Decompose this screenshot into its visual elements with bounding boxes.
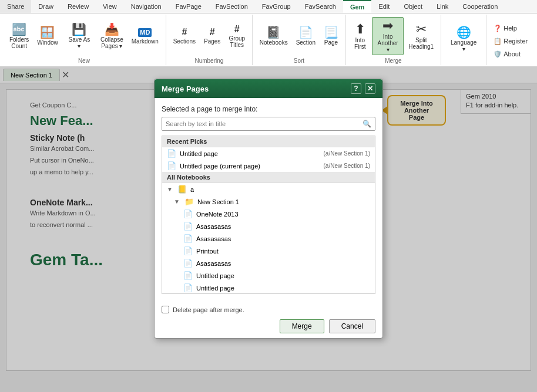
page-untitled-1[interactable]: 📄 Untitled page bbox=[162, 269, 375, 282]
page-asasasasas-2[interactable]: 📄 Asasasasas bbox=[162, 232, 375, 245]
expander-new-section[interactable]: ▼ bbox=[174, 198, 181, 205]
ribbon-group-sort: 📓 Notebooks 📄 Section 📃 Page Sort bbox=[253, 15, 346, 65]
into-another-button[interactable]: ➡ IntoAnother ▾ bbox=[372, 17, 404, 55]
tab-favsection[interactable]: FavSection bbox=[209, 0, 255, 13]
recent-item-2-label: Untitled page (current page) bbox=[180, 163, 260, 170]
sort-group-buttons: 📓 Notebooks 📄 Section 📃 Page bbox=[256, 16, 342, 56]
page-printout-label: Printout bbox=[196, 248, 219, 255]
language-group-buttons: 🌐 Language ▾ bbox=[445, 16, 482, 63]
tab-favsearch[interactable]: FavSearch bbox=[298, 0, 343, 13]
sort-group-label: Sort bbox=[294, 56, 304, 64]
page-untitled2-icon: 📄 bbox=[183, 283, 193, 292]
section-icon-1: 📁 bbox=[184, 197, 194, 206]
tab-favgroup[interactable]: FavGroup bbox=[255, 0, 298, 13]
ribbon-group-help: ❓ Help 📋 Register 🛡️ About bbox=[486, 15, 535, 65]
new-group-buttons: 🔤 FoldersCount 🪟 Window 💾 Save As ▾ 📥 Co… bbox=[6, 16, 162, 56]
expander-a[interactable]: ▼ bbox=[167, 186, 174, 192]
abc-icon: 🔤 bbox=[12, 23, 26, 35]
merge-group-label: Merge bbox=[385, 56, 401, 64]
page-button[interactable]: 📃 Page bbox=[320, 24, 342, 48]
save-icon: 💾 bbox=[72, 23, 86, 35]
dialog-title: Merge Pages bbox=[162, 85, 209, 93]
about-label: About bbox=[504, 50, 521, 58]
delete-page-checkbox[interactable] bbox=[162, 306, 169, 313]
register-label: Register bbox=[504, 38, 528, 45]
ribbon-tab-bar: Share Draw Review View Navigation FavPag… bbox=[0, 0, 537, 13]
dialog-footer: Delete page after merge. Merge Cancel bbox=[155, 301, 382, 338]
delete-page-label[interactable]: Delete page after merge. bbox=[173, 306, 244, 313]
tab-review[interactable]: Review bbox=[61, 0, 96, 13]
dialog-body: Selected a page to merge into: 🔍 Recent … bbox=[155, 98, 382, 301]
page-asas3-icon: 📄 bbox=[183, 259, 193, 268]
section-icon: 📄 bbox=[298, 26, 313, 38]
tab-object[interactable]: Object bbox=[397, 0, 429, 13]
page-printout[interactable]: 📄 Printout bbox=[162, 245, 375, 257]
folders-count-button[interactable]: 🔤 FoldersCount bbox=[6, 21, 32, 52]
about-button[interactable]: 🛡️ About bbox=[490, 49, 531, 60]
page-asasasasas-3[interactable]: 📄 Asasasasas bbox=[162, 257, 375, 269]
page-asas1-icon: 📄 bbox=[183, 222, 193, 231]
about-icon: 🛡️ bbox=[494, 50, 502, 58]
register-button[interactable]: 📋 Register bbox=[490, 36, 531, 47]
into-first-button[interactable]: ⬆ IntoFirst bbox=[350, 21, 371, 52]
sections-button[interactable]: # Sections bbox=[170, 25, 199, 47]
tab-edit[interactable]: Edit bbox=[371, 0, 397, 13]
cancel-button[interactable]: Cancel bbox=[329, 319, 375, 333]
tab-view[interactable]: View bbox=[96, 0, 124, 13]
recent-item-1[interactable]: 📄 Untitled page (a/New Section 1) bbox=[162, 147, 375, 160]
search-icon[interactable]: 🔍 bbox=[359, 117, 375, 130]
tab-navigation[interactable]: Navigation bbox=[124, 0, 169, 13]
page-asas3-label: Asasasasas bbox=[196, 260, 231, 267]
page-untitled1-icon: 📄 bbox=[183, 271, 193, 280]
page-asas2-icon: 📄 bbox=[183, 234, 193, 243]
page-onenote-icon: 📄 bbox=[183, 209, 193, 218]
ribbon-group-new: 🔤 FoldersCount 🪟 Window 💾 Save As ▾ 📥 Co… bbox=[2, 15, 166, 65]
split-icon: ✂ bbox=[416, 23, 427, 36]
notebooks-button[interactable]: 📓 Notebooks bbox=[256, 24, 291, 48]
page-icon-2: 📄 bbox=[167, 161, 176, 170]
language-button[interactable]: 🌐 Language ▾ bbox=[445, 24, 482, 55]
new-group-label: New bbox=[78, 56, 90, 64]
group-titles-button[interactable]: # GroupTitles bbox=[225, 22, 249, 50]
main-area: New Section 1 ✕ Merge Into Another Page … bbox=[0, 67, 537, 392]
section-button[interactable]: 📄 Section bbox=[293, 24, 319, 48]
into-another-icon: ➡ bbox=[382, 19, 393, 32]
pages-button[interactable]: # Pages bbox=[200, 25, 224, 47]
ribbon-body: 🔤 FoldersCount 🪟 Window 💾 Save As ▾ 📥 Co… bbox=[0, 13, 537, 66]
tab-gem[interactable]: Gem bbox=[343, 0, 371, 13]
help-button[interactable]: ❓ Help bbox=[490, 23, 531, 34]
notebook-a[interactable]: ▼ 📒 a bbox=[162, 183, 375, 195]
page-printout-icon: 📄 bbox=[183, 246, 193, 255]
collapse-icon: 📥 bbox=[105, 23, 119, 35]
ribbon-group-numbering: # Sections # Pages # GroupTitles Numberi… bbox=[166, 15, 253, 65]
dialog-close-button[interactable]: ✕ bbox=[365, 83, 375, 94]
page-asas2-label: Asasasasas bbox=[196, 235, 231, 242]
recent-item-2[interactable]: 📄 Untitled page (current page) (a/New Se… bbox=[162, 160, 375, 172]
page-untitled-2[interactable]: 📄 Untitled page bbox=[162, 282, 375, 294]
notebook-a-label: a bbox=[190, 186, 194, 193]
numbering-group-buttons: # Sections # Pages # GroupTitles bbox=[170, 16, 249, 56]
page-onenote2013[interactable]: 📄 OneNote 2013 bbox=[162, 208, 375, 220]
tab-cooperation[interactable]: Cooperation bbox=[455, 0, 505, 13]
register-icon: 📋 bbox=[494, 38, 502, 45]
recent-item-1-label: Untitled page bbox=[180, 150, 218, 157]
ribbon: Share Draw Review View Navigation FavPag… bbox=[0, 0, 537, 67]
dialog-overlay: Merge Pages ? ✕ Selected a page to merge… bbox=[0, 67, 537, 392]
save-as-button[interactable]: 💾 Save As ▾ bbox=[63, 21, 96, 52]
section-new-section-label: New Section 1 bbox=[197, 198, 239, 205]
page-asasasasas-1[interactable]: 📄 Asasasasas bbox=[162, 220, 375, 232]
window-button[interactable]: 🪟 Window bbox=[33, 24, 61, 48]
search-input[interactable] bbox=[162, 118, 359, 130]
tab-favpage[interactable]: FavPage bbox=[169, 0, 209, 13]
dialog-help-button[interactable]: ? bbox=[351, 83, 361, 94]
section-new-section-1[interactable]: ▼ 📁 New Section 1 bbox=[162, 195, 375, 208]
group-titles-icon: # bbox=[234, 25, 240, 34]
split-heading-button[interactable]: ✂ SplitHeading1 bbox=[405, 21, 437, 52]
tab-share[interactable]: Share bbox=[0, 0, 31, 13]
merge-button[interactable]: Merge bbox=[280, 319, 324, 333]
tab-link[interactable]: Link bbox=[429, 0, 455, 13]
tab-draw[interactable]: Draw bbox=[31, 0, 61, 13]
markdown-button[interactable]: MD Markdown bbox=[128, 26, 162, 47]
notebooks-icon: 📓 bbox=[266, 26, 281, 38]
collapse-pages-button[interactable]: 📥 CollapsePages ▾ bbox=[97, 21, 127, 52]
